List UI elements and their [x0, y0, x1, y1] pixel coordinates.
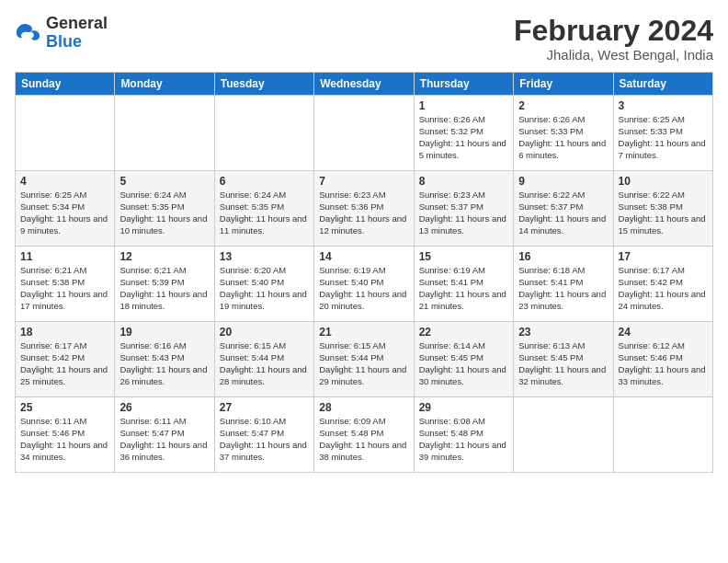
day-info: Sunrise: 6:11 AM Sunset: 5:46 PM Dayligh…: [20, 416, 109, 463]
day-info: Sunrise: 6:12 AM Sunset: 5:46 PM Dayligh…: [619, 340, 708, 387]
day-info: Sunrise: 6:25 AM Sunset: 5:33 PM Dayligh…: [619, 114, 708, 161]
day-number: 2: [518, 99, 608, 112]
day-number: 23: [518, 326, 608, 339]
day-info: Sunrise: 6:25 AM Sunset: 5:34 PM Dayligh…: [20, 190, 109, 236]
day-number: 19: [119, 326, 209, 339]
header-tuesday: Tuesday: [214, 73, 313, 96]
day-number: 3: [619, 99, 708, 112]
cell-week1-day6: 3Sunrise: 6:25 AM Sunset: 5:33 PM Daylig…: [613, 96, 712, 171]
day-info: Sunrise: 6:13 AM Sunset: 5:45 PM Dayligh…: [518, 340, 608, 387]
header-monday: Monday: [115, 73, 214, 96]
day-number: 28: [319, 401, 408, 414]
week-row-5: 25Sunrise: 6:11 AM Sunset: 5:46 PM Dayli…: [16, 397, 713, 473]
day-number: 24: [619, 326, 708, 339]
weekday-header-row: Sunday Monday Tuesday Wednesday Thursday…: [16, 73, 713, 96]
cell-week1-day3: [314, 96, 414, 171]
day-info: Sunrise: 6:19 AM Sunset: 5:41 PM Dayligh…: [419, 265, 508, 312]
day-number: 26: [119, 401, 209, 414]
cell-week1-day4: 1Sunrise: 6:26 AM Sunset: 5:32 PM Daylig…: [414, 96, 513, 171]
cell-week1-day5: 2Sunrise: 6:26 AM Sunset: 5:33 PM Daylig…: [514, 96, 613, 171]
cell-week4-day2: 20Sunrise: 6:15 AM Sunset: 5:44 PM Dayli…: [214, 322, 313, 397]
week-row-3: 11Sunrise: 6:21 AM Sunset: 5:38 PM Dayli…: [16, 247, 713, 322]
cell-week4-day4: 22Sunrise: 6:14 AM Sunset: 5:45 PM Dayli…: [414, 322, 513, 397]
cell-week5-day5: [514, 397, 613, 473]
cell-week5-day0: 25Sunrise: 6:11 AM Sunset: 5:46 PM Dayli…: [16, 397, 115, 473]
day-info: Sunrise: 6:26 AM Sunset: 5:32 PM Dayligh…: [419, 114, 508, 161]
day-info: Sunrise: 6:18 AM Sunset: 5:41 PM Dayligh…: [518, 265, 608, 312]
logo-text-general: General: [46, 15, 108, 33]
cell-week3-day5: 16Sunrise: 6:18 AM Sunset: 5:41 PM Dayli…: [514, 247, 613, 322]
header: General Blue February 2024 Jhalida, West…: [15, 15, 713, 63]
day-info: Sunrise: 6:15 AM Sunset: 5:44 PM Dayligh…: [220, 340, 309, 387]
day-number: 27: [220, 401, 309, 414]
day-info: Sunrise: 6:20 AM Sunset: 5:40 PM Dayligh…: [220, 265, 309, 312]
day-number: 14: [319, 250, 408, 263]
day-info: Sunrise: 6:15 AM Sunset: 5:44 PM Dayligh…: [319, 340, 408, 387]
cell-week3-day2: 13Sunrise: 6:20 AM Sunset: 5:40 PM Dayli…: [214, 247, 313, 322]
day-info: Sunrise: 6:24 AM Sunset: 5:35 PM Dayligh…: [119, 190, 209, 236]
cell-week5-day4: 29Sunrise: 6:08 AM Sunset: 5:48 PM Dayli…: [414, 397, 513, 473]
week-row-2: 4Sunrise: 6:25 AM Sunset: 5:34 PM Daylig…: [16, 171, 713, 247]
cell-week5-day3: 28Sunrise: 6:09 AM Sunset: 5:48 PM Dayli…: [314, 397, 414, 473]
day-info: Sunrise: 6:09 AM Sunset: 5:48 PM Dayligh…: [319, 416, 408, 463]
cell-week4-day6: 24Sunrise: 6:12 AM Sunset: 5:46 PM Dayli…: [613, 322, 712, 397]
day-number: 16: [518, 250, 608, 263]
page-container: General Blue February 2024 Jhalida, West…: [0, 0, 728, 482]
calendar-table: Sunday Monday Tuesday Wednesday Thursday…: [15, 72, 713, 473]
cell-week1-day1: [115, 96, 214, 171]
day-number: 7: [319, 175, 408, 188]
cell-week2-day3: 7Sunrise: 6:23 AM Sunset: 5:36 PM Daylig…: [314, 171, 414, 247]
day-number: 22: [419, 326, 508, 339]
header-saturday: Saturday: [613, 73, 712, 96]
day-number: 13: [220, 250, 309, 263]
day-info: Sunrise: 6:21 AM Sunset: 5:39 PM Dayligh…: [119, 265, 209, 312]
day-number: 6: [220, 175, 309, 188]
week-row-1: 1Sunrise: 6:26 AM Sunset: 5:32 PM Daylig…: [16, 96, 713, 171]
week-row-4: 18Sunrise: 6:17 AM Sunset: 5:42 PM Dayli…: [16, 322, 713, 397]
day-info: Sunrise: 6:16 AM Sunset: 5:43 PM Dayligh…: [119, 340, 209, 387]
cell-week4-day5: 23Sunrise: 6:13 AM Sunset: 5:45 PM Dayli…: [514, 322, 613, 397]
cell-week1-day0: [16, 96, 115, 171]
cell-week2-day1: 5Sunrise: 6:24 AM Sunset: 5:35 PM Daylig…: [115, 171, 214, 247]
cell-week3-day4: 15Sunrise: 6:19 AM Sunset: 5:41 PM Dayli…: [414, 247, 513, 322]
day-number: 5: [119, 175, 209, 188]
cell-week3-day1: 12Sunrise: 6:21 AM Sunset: 5:39 PM Dayli…: [115, 247, 214, 322]
cell-week5-day2: 27Sunrise: 6:10 AM Sunset: 5:47 PM Dayli…: [214, 397, 313, 473]
day-number: 25: [20, 401, 109, 414]
day-info: Sunrise: 6:22 AM Sunset: 5:37 PM Dayligh…: [518, 190, 608, 236]
day-number: 10: [619, 175, 708, 188]
day-number: 18: [20, 326, 109, 339]
day-number: 12: [119, 250, 209, 263]
title-block: February 2024 Jhalida, West Bengal, Indi…: [514, 15, 713, 63]
cell-week5-day6: [613, 397, 712, 473]
day-number: 8: [419, 175, 508, 188]
day-info: Sunrise: 6:26 AM Sunset: 5:33 PM Dayligh…: [518, 114, 608, 161]
logo-text-blue: Blue: [46, 33, 108, 52]
day-number: 17: [619, 250, 708, 263]
cell-week3-day3: 14Sunrise: 6:19 AM Sunset: 5:40 PM Dayli…: [314, 247, 414, 322]
day-number: 11: [20, 250, 109, 263]
day-info: Sunrise: 6:23 AM Sunset: 5:36 PM Dayligh…: [319, 190, 408, 236]
day-info: Sunrise: 6:17 AM Sunset: 5:42 PM Dayligh…: [619, 265, 708, 312]
cell-week3-day0: 11Sunrise: 6:21 AM Sunset: 5:38 PM Dayli…: [16, 247, 115, 322]
day-number: 20: [220, 326, 309, 339]
logo-icon: [15, 20, 42, 46]
cell-week2-day0: 4Sunrise: 6:25 AM Sunset: 5:34 PM Daylig…: [16, 171, 115, 247]
cell-week2-day5: 9Sunrise: 6:22 AM Sunset: 5:37 PM Daylig…: [514, 171, 613, 247]
day-info: Sunrise: 6:23 AM Sunset: 5:37 PM Dayligh…: [419, 190, 508, 236]
day-number: 21: [319, 326, 408, 339]
day-info: Sunrise: 6:14 AM Sunset: 5:45 PM Dayligh…: [419, 340, 508, 387]
day-number: 1: [419, 99, 508, 112]
day-number: 9: [518, 175, 608, 188]
day-info: Sunrise: 6:17 AM Sunset: 5:42 PM Dayligh…: [20, 340, 109, 387]
cell-week5-day1: 26Sunrise: 6:11 AM Sunset: 5:47 PM Dayli…: [115, 397, 214, 473]
cell-week2-day4: 8Sunrise: 6:23 AM Sunset: 5:37 PM Daylig…: [414, 171, 513, 247]
day-number: 15: [419, 250, 508, 263]
logo: General Blue: [15, 15, 108, 52]
day-info: Sunrise: 6:08 AM Sunset: 5:48 PM Dayligh…: [419, 416, 508, 463]
cell-week3-day6: 17Sunrise: 6:17 AM Sunset: 5:42 PM Dayli…: [613, 247, 712, 322]
day-info: Sunrise: 6:21 AM Sunset: 5:38 PM Dayligh…: [20, 265, 109, 312]
header-friday: Friday: [514, 73, 613, 96]
cell-week4-day1: 19Sunrise: 6:16 AM Sunset: 5:43 PM Dayli…: [115, 322, 214, 397]
header-sunday: Sunday: [16, 73, 115, 96]
